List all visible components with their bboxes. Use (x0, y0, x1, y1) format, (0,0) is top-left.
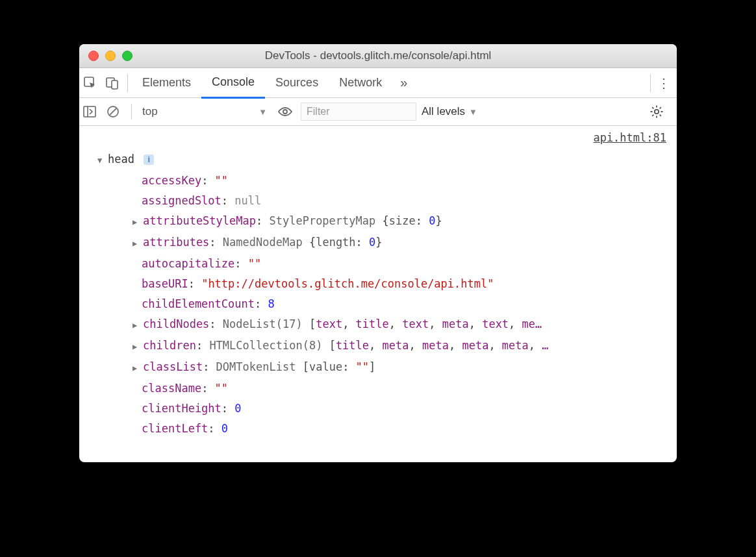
property-type: StylePropertyMap (269, 214, 375, 227)
svg-rect-2 (112, 80, 118, 89)
traffic-lights (79, 51, 132, 61)
property-key: accessKey (142, 174, 201, 187)
list-item: title (336, 339, 369, 352)
property-row: assignedSlot: null (97, 191, 677, 211)
property-key: classList (143, 360, 203, 373)
property-key: attributeStyleMap (143, 214, 256, 227)
list-item: text (316, 317, 342, 330)
console-settings-icon[interactable] (649, 105, 673, 119)
window-titlebar: DevTools - devtools.glitch.me/console/ap… (79, 44, 677, 68)
tab-console[interactable]: Console (201, 68, 265, 99)
list-item: text (402, 317, 429, 330)
property-value: null (234, 194, 261, 207)
list-item: meta (502, 339, 529, 352)
property-value: "" (248, 257, 261, 270)
devtools-tabbar: Elements Console Sources Network » ⋮ (79, 68, 677, 98)
property-row[interactable]: attributeStyleMap: StylePropertyMap {siz… (97, 211, 677, 232)
property-key: assignedSlot (142, 194, 221, 207)
clear-console-icon[interactable] (107, 105, 125, 118)
object-root[interactable]: head i (97, 149, 677, 171)
list-item: meta (462, 339, 488, 352)
source-link[interactable]: api.html:81 (593, 131, 666, 144)
svg-rect-3 (84, 106, 95, 117)
property-key: attributes (143, 236, 209, 249)
log-levels-select[interactable]: All levels ▼ (422, 105, 477, 118)
list-item: text (482, 317, 509, 330)
svg-point-8 (655, 110, 659, 114)
tab-network[interactable]: Network (329, 68, 392, 97)
svg-point-7 (283, 110, 287, 114)
list-item: meta (442, 317, 469, 330)
property-value: 8 (268, 297, 274, 310)
expand-toggle-icon[interactable] (132, 316, 142, 336)
svg-line-16 (660, 107, 661, 108)
inspect-element-icon[interactable] (79, 76, 101, 90)
tabs-overflow-button[interactable]: » (392, 75, 415, 90)
console-sidebar-toggle-icon[interactable] (83, 106, 101, 118)
property-key: children (143, 339, 196, 352)
close-window-button[interactable] (88, 51, 99, 61)
tab-sources[interactable]: Sources (265, 68, 329, 97)
property-row[interactable]: classList: DOMTokenList [value: ""] (97, 357, 677, 378)
expand-toggle-icon[interactable] (132, 212, 142, 232)
property-row: className: "" (97, 378, 677, 399)
minimize-window-button[interactable] (105, 51, 116, 61)
execution-context-select[interactable]: top ▼ (138, 105, 272, 118)
property-row: clientLeft: 0 (97, 419, 677, 439)
property-row[interactable]: children: HTMLCollection(8) [title, meta… (97, 336, 677, 357)
devtools-window: DevTools - devtools.glitch.me/console/ap… (79, 44, 677, 462)
expand-toggle-icon[interactable] (132, 358, 142, 378)
property-key: childElementCount (142, 297, 255, 310)
console-output: api.html:81 head i accessKey: ""assigned… (79, 126, 677, 462)
property-row[interactable]: childNodes: NodeList(17) [text, title, t… (97, 314, 677, 336)
property-row: baseURI: "http://devtools.glitch.me/cons… (97, 274, 677, 294)
list-item: me… (522, 317, 542, 330)
property-row: accessKey: "" (97, 171, 677, 191)
levels-label: All levels (422, 105, 465, 118)
device-toggle-icon[interactable] (101, 76, 123, 90)
property-type: DOMTokenList (216, 360, 296, 373)
list-item: title (356, 317, 389, 330)
console-toolbar: top ▼ Filter All levels ▼ (79, 98, 677, 126)
dropdown-arrow-icon: ▼ (469, 107, 477, 117)
property-key: baseURI (142, 277, 188, 290)
info-icon[interactable]: i (144, 155, 154, 165)
window-title: DevTools - devtools.glitch.me/console/ap… (79, 49, 677, 62)
property-key: clientLeft (142, 422, 208, 435)
divider (131, 104, 132, 119)
expand-toggle-icon[interactable] (97, 151, 107, 171)
property-row: childElementCount: 8 (97, 294, 677, 314)
property-value: "" (215, 174, 228, 187)
property-type: NamedNodeMap (223, 236, 303, 249)
console-filter-input[interactable]: Filter (301, 103, 416, 121)
svg-line-13 (652, 107, 653, 108)
context-value: top (142, 105, 158, 118)
svg-line-6 (110, 108, 116, 115)
list-item: … (542, 339, 548, 352)
property-value: 0 (234, 402, 241, 415)
property-value: "" (215, 382, 228, 395)
filter-placeholder: Filter (307, 106, 330, 118)
object-properties: accessKey: ""assignedSlot: nullattribute… (97, 171, 677, 439)
object-name: head (108, 153, 134, 166)
property-type: NodeList(17) (223, 317, 303, 330)
property-row: clientHeight: 0 (97, 399, 677, 419)
property-key: childNodes (143, 317, 209, 330)
property-value: "http://devtools.glitch.me/console/api.h… (201, 277, 494, 290)
list-item: meta (383, 339, 409, 352)
object-tree: head i accessKey: ""assignedSlot: nullat… (79, 131, 677, 439)
tab-elements[interactable]: Elements (132, 68, 201, 97)
expand-toggle-icon[interactable] (132, 234, 142, 254)
svg-line-15 (652, 115, 653, 116)
more-options-icon[interactable]: ⋮ (650, 74, 677, 92)
svg-line-14 (660, 115, 661, 116)
property-row[interactable]: attributes: NamedNodeMap {length: 0} (97, 232, 677, 254)
property-key: clientHeight (142, 402, 221, 415)
live-expression-icon[interactable] (277, 106, 296, 118)
property-type: HTMLCollection(8) (209, 339, 322, 352)
property-row: autocapitalize: "" (97, 254, 677, 274)
maximize-window-button[interactable] (122, 51, 132, 61)
dropdown-arrow-icon: ▼ (258, 107, 267, 117)
divider (127, 74, 128, 92)
expand-toggle-icon[interactable] (132, 337, 142, 357)
